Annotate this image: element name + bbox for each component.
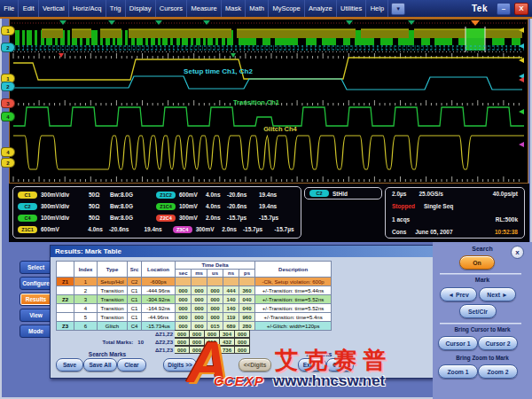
- c1-badge[interactable]: C1: [18, 192, 37, 199]
- save-button[interactable]: Save: [56, 358, 83, 372]
- delta-digit-cell: 015: [205, 346, 220, 354]
- clear-all-marks-button[interactable]: Clear: [326, 358, 354, 372]
- mark-table-row[interactable]: Z11Setup/HolC2-600ps-Clk, Setup violatio…: [57, 278, 332, 286]
- readout-value: 300mV/div: [41, 192, 89, 198]
- waveform-svg: Setup time Ch1, Ch2Transition Ch1Glitch …: [10, 20, 528, 183]
- z1c1-badge[interactable]: Z1C1: [18, 226, 37, 233]
- readout-value: 19.4ns: [144, 226, 161, 232]
- menu-item-display[interactable]: Display: [126, 0, 156, 17]
- z1c2-badge[interactable]: Z1C2: [156, 192, 176, 199]
- delta-digit-cell: 432: [220, 338, 235, 346]
- menu-item-vertical[interactable]: Vertical: [39, 0, 69, 17]
- delta-digit-cell: 000: [190, 346, 205, 354]
- mark-table-row[interactable]: Z36GlitchC4-15.734us000000015689280+/-Gl…: [57, 322, 332, 331]
- save-all-button[interactable]: Save All: [83, 358, 117, 372]
- z1c4-badge[interactable]: Z1C4: [156, 203, 176, 210]
- cursor1-button[interactable]: Cursor 1: [438, 336, 478, 350]
- c4-badge[interactable]: C4: [18, 215, 37, 222]
- mark-table-row[interactable]: 2TransitionC1-444.96ns000000000444360+/-…: [57, 286, 332, 295]
- mark-table: IndexTypeSrcLocationTime DeltaDescriptio…: [56, 261, 332, 331]
- menu-item-myscope[interactable]: MyScope: [269, 0, 305, 17]
- channel-2-marker[interactable]: 2: [1, 158, 15, 168]
- readout-value: 2.0ns: [222, 226, 243, 232]
- readout-value: 19.4ns: [259, 192, 286, 198]
- cursor2-button[interactable]: Cursor 2: [478, 336, 518, 350]
- clear-search-marks-button[interactable]: Clear: [117, 358, 146, 372]
- channel-2-marker[interactable]: 2: [1, 82, 15, 91]
- digits-forward-button[interactable]: Digits >>: [163, 358, 197, 372]
- setup-hold-badge-box: C2 StHld: [304, 187, 382, 200]
- zoom2-button[interactable]: Zoom 2: [478, 364, 518, 379]
- horiz-scale: 2.0µs: [392, 191, 406, 197]
- delta-digit-cell: 000: [235, 346, 250, 354]
- readout-value: 100mV: [179, 203, 206, 209]
- z2c4-badge[interactable]: Z2C4: [156, 215, 176, 222]
- total-marks-label: Total Marks:: [102, 340, 133, 345]
- mark-table-row[interactable]: Z23TransitionC1-304.92ns000000000140040+…: [57, 295, 332, 304]
- export-button[interactable]: Export: [298, 358, 326, 372]
- menu-item-horizacq[interactable]: Horiz/Acq: [69, 0, 106, 17]
- delta-digit-cell: 015: [205, 338, 220, 346]
- prev-mark-button[interactable]: ◄ Prev: [440, 287, 477, 301]
- delta-digit-cell: 000: [175, 330, 190, 338]
- dialog-title[interactable]: Results: Mark Table: [51, 246, 433, 257]
- acq-mode: Single Seq: [424, 203, 453, 209]
- close-window-button[interactable]: X: [514, 3, 528, 15]
- tab-mode[interactable]: Mode: [20, 325, 52, 338]
- digits-back-button[interactable]: <<Digits: [239, 358, 271, 372]
- delta-row: Total Marks:10ΔZ2,Z3000000015432000: [56, 338, 340, 346]
- readout-value: 4.0ns: [206, 192, 227, 198]
- readout-value: Bw:8.0G: [110, 203, 145, 209]
- menu-item-cursors[interactable]: Cursors: [156, 0, 188, 17]
- readout-value: 2.0ns: [206, 215, 227, 221]
- channel-2-marker[interactable]: 2: [1, 43, 15, 52]
- readout-strip: C1300mV/div50ΩBw:8.0GZ1C2600mV4.0ns-20.6…: [9, 184, 529, 242]
- menu-item-measure[interactable]: Measure: [187, 0, 222, 17]
- minimize-button[interactable]: –: [497, 3, 511, 15]
- c2-badge[interactable]: C2: [18, 203, 37, 210]
- menu-items: FileEditVerticalHoriz/AcqTrigDisplayCurs…: [0, 0, 405, 17]
- readout-value: 600mV: [41, 226, 88, 232]
- resolution: 40.0ps/pt: [493, 191, 518, 197]
- z3c4-badge[interactable]: Z3C4: [173, 226, 192, 233]
- next-mark-button[interactable]: Next ►: [479, 287, 516, 301]
- menu-item-trig[interactable]: Trig: [106, 0, 126, 17]
- menu-item-help[interactable]: Help: [366, 0, 388, 17]
- search-on-button[interactable]: On: [459, 255, 495, 270]
- sample-rate: 25.0GS/s: [419, 191, 442, 197]
- menu-item-mask[interactable]: Mask: [222, 0, 246, 17]
- set-clear-mark-button[interactable]: Set/Clr: [459, 304, 497, 318]
- zoom1-button[interactable]: Zoom 1: [438, 364, 478, 379]
- mark-table-row[interactable]: 5TransitionC1-44.96ns000000000119960+/-T…: [57, 313, 332, 322]
- menu-item-math[interactable]: Math: [246, 0, 269, 17]
- delta-digit-cell: 000: [190, 338, 205, 346]
- readout-value: Bw:8.0G: [110, 215, 145, 221]
- right-control-panel: x Search On Mark ◄ Prev Next ► Set/Clr B…: [433, 242, 532, 399]
- sthld-label: StHld: [332, 191, 348, 197]
- mark-table-dialog: Results: Mark Table IndexTypeSrcLocation…: [50, 245, 434, 379]
- cons-label: Cons: [392, 229, 406, 235]
- channel-4-marker[interactable]: 4: [1, 147, 15, 157]
- delta-digit-cell: 000: [175, 346, 190, 354]
- channel-1-marker[interactable]: 1: [1, 26, 15, 35]
- readout-value: -15.7µs: [259, 215, 286, 221]
- waveform-display: Setup time Ch1, Ch2Transition Ch1Glitch …: [9, 19, 528, 184]
- menu-item-edit[interactable]: Edit: [19, 0, 38, 17]
- menu-item-analyze[interactable]: Analyze: [305, 0, 337, 17]
- divider: [440, 273, 521, 275]
- menu-item-utilities[interactable]: Utilities: [337, 0, 367, 17]
- channel-4-marker[interactable]: 4: [1, 112, 15, 121]
- readout-value: 4.0ns: [206, 203, 227, 209]
- channel-3-marker[interactable]: 3: [1, 98, 15, 108]
- tab-results[interactable]: Results: [20, 293, 52, 306]
- menu-item-file[interactable]: File: [0, 0, 19, 17]
- readout-row: C1300mV/div50ΩBw:8.0GZ1C2600mV4.0ns-20.6…: [18, 189, 301, 200]
- readout-row: C4100mV/div50ΩBw:8.0GZ2C4300mV2.0ns-15.7…: [18, 212, 301, 223]
- menu-overflow-icon[interactable]: ▼: [391, 3, 405, 15]
- readout-value: -15.7µs: [227, 215, 259, 221]
- mark-table-row[interactable]: 4TransitionC1-164.92ns000000000140040+/-…: [57, 304, 332, 313]
- tab-select[interactable]: Select: [20, 261, 52, 274]
- tab-view[interactable]: View: [20, 309, 52, 322]
- tab-configure[interactable]: Configure: [20, 277, 52, 290]
- delta-rows: ΔZ1,Z2000000000304000Total Marks:10ΔZ2,Z…: [56, 330, 340, 354]
